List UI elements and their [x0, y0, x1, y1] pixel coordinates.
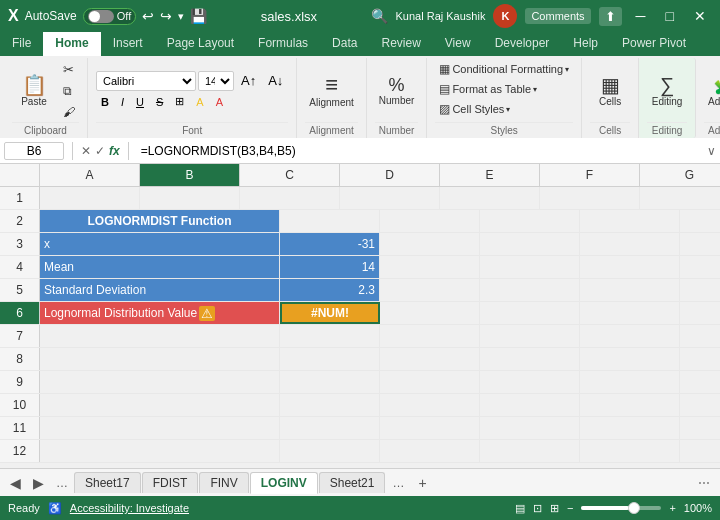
- row-header-1[interactable]: 1: [0, 187, 40, 209]
- sheet-tab-finv[interactable]: FINV: [199, 472, 248, 493]
- cut-button[interactable]: ✂: [59, 60, 79, 79]
- cell-g1[interactable]: [640, 187, 720, 209]
- normal-view-icon[interactable]: ▤: [515, 502, 525, 515]
- tab-review[interactable]: Review: [369, 32, 432, 56]
- toggle-pill[interactable]: [88, 10, 114, 23]
- tab-help[interactable]: Help: [561, 32, 610, 56]
- cell-b8[interactable]: [280, 348, 380, 370]
- sheet-add-button[interactable]: +: [410, 472, 434, 494]
- cell-g2[interactable]: [680, 210, 720, 232]
- cell-c9[interactable]: [380, 371, 480, 393]
- cell-e2[interactable]: [480, 210, 580, 232]
- underline-button[interactable]: U: [131, 93, 149, 111]
- corner-cell[interactable]: [0, 164, 40, 186]
- cell-d6[interactable]: [480, 302, 580, 324]
- minimize-btn[interactable]: ─: [630, 6, 652, 26]
- cell-a8[interactable]: [40, 348, 280, 370]
- tab-page-layout[interactable]: Page Layout: [155, 32, 246, 56]
- cell-f4[interactable]: [680, 256, 720, 278]
- row-header-12[interactable]: 12: [0, 440, 40, 462]
- cell-a12[interactable]: [40, 440, 280, 462]
- fx-button[interactable]: fx: [109, 144, 120, 158]
- quick-access-more[interactable]: ▾: [178, 10, 184, 23]
- undo-icon[interactable]: ↩: [142, 8, 154, 24]
- fill-color-button[interactable]: A: [191, 93, 208, 111]
- font-size-select[interactable]: 14: [198, 71, 234, 91]
- cell-c12[interactable]: [380, 440, 480, 462]
- strikethrough-button[interactable]: S: [151, 93, 168, 111]
- number-button[interactable]: % Number: [375, 65, 419, 117]
- page-layout-view-icon[interactable]: ⊡: [533, 502, 542, 515]
- col-header-b[interactable]: B: [140, 164, 240, 186]
- cell-f11[interactable]: [680, 417, 720, 439]
- cell-c1[interactable]: [240, 187, 340, 209]
- cell-c3[interactable]: [380, 233, 480, 255]
- tab-developer[interactable]: Developer: [483, 32, 562, 56]
- redo-icon[interactable]: ↪: [160, 8, 172, 24]
- zoom-in-button[interactable]: +: [669, 502, 675, 514]
- cell-b6[interactable]: #NUM!: [280, 302, 380, 324]
- save-icon[interactable]: 💾: [190, 8, 207, 24]
- cell-d3[interactable]: [480, 233, 580, 255]
- font-color-button[interactable]: A: [211, 93, 228, 111]
- font-name-select[interactable]: Calibri: [96, 71, 196, 91]
- cell-b9[interactable]: [280, 371, 380, 393]
- row-header-7[interactable]: 7: [0, 325, 40, 347]
- cell-e1[interactable]: [440, 187, 540, 209]
- cell-d12[interactable]: [480, 440, 580, 462]
- cell-d2[interactable]: [380, 210, 480, 232]
- row-header-9[interactable]: 9: [0, 371, 40, 393]
- paste-button[interactable]: 📋 Paste: [12, 65, 56, 117]
- tab-file[interactable]: File: [0, 32, 43, 56]
- col-header-c[interactable]: C: [240, 164, 340, 186]
- cell-b3[interactable]: -31: [280, 233, 380, 255]
- cell-b10[interactable]: [280, 394, 380, 416]
- cell-e12[interactable]: [580, 440, 680, 462]
- col-header-e[interactable]: E: [440, 164, 540, 186]
- cell-b5[interactable]: 2.3: [280, 279, 380, 301]
- cell-c6[interactable]: [380, 302, 480, 324]
- border-button[interactable]: ⊞: [170, 93, 189, 111]
- share-btn[interactable]: ⬆: [599, 7, 622, 26]
- cell-e8[interactable]: [580, 348, 680, 370]
- sheet-tab-sheet17[interactable]: Sheet17: [74, 472, 141, 493]
- zoom-level[interactable]: 100%: [684, 502, 712, 514]
- cell-f9[interactable]: [680, 371, 720, 393]
- cell-c10[interactable]: [380, 394, 480, 416]
- editing-button[interactable]: ∑ Editing: [647, 65, 687, 117]
- cell-d10[interactable]: [480, 394, 580, 416]
- cell-f12[interactable]: [680, 440, 720, 462]
- cell-c4[interactable]: [380, 256, 480, 278]
- maximize-btn[interactable]: □: [660, 6, 680, 26]
- row-header-8[interactable]: 8: [0, 348, 40, 370]
- formula-confirm-icon[interactable]: ✓: [95, 144, 105, 158]
- cell-b4[interactable]: 14: [280, 256, 380, 278]
- cell-d11[interactable]: [480, 417, 580, 439]
- cell-styles-button[interactable]: ▨ Cell Styles ▾: [435, 100, 514, 118]
- tab-power-pivot[interactable]: Power Pivot: [610, 32, 698, 56]
- tab-formulas[interactable]: Formulas: [246, 32, 320, 56]
- zoom-slider[interactable]: [581, 506, 661, 510]
- format-as-table-button[interactable]: ▤ Format as Table ▾: [435, 80, 541, 98]
- cell-a11[interactable]: [40, 417, 280, 439]
- cell-a10[interactable]: [40, 394, 280, 416]
- cell-a3[interactable]: x: [40, 233, 280, 255]
- cell-e10[interactable]: [580, 394, 680, 416]
- cell-e4[interactable]: [580, 256, 680, 278]
- cell-b7[interactable]: [280, 325, 380, 347]
- sheet-more-right[interactable]: …: [386, 473, 410, 493]
- autosave-toggle[interactable]: Off: [83, 8, 136, 25]
- col-header-d[interactable]: D: [340, 164, 440, 186]
- cell-f3[interactable]: [680, 233, 720, 255]
- cell-reference-input[interactable]: [4, 142, 64, 160]
- cell-a7[interactable]: [40, 325, 280, 347]
- sheet-nav-next[interactable]: ▶: [27, 471, 50, 495]
- sheet-options-icon[interactable]: ⋯: [692, 476, 716, 490]
- sheet-tab-sheet21[interactable]: Sheet21: [319, 472, 386, 493]
- cells-button[interactable]: ▦ Cells: [590, 65, 630, 117]
- cell-c8[interactable]: [380, 348, 480, 370]
- cell-a1[interactable]: [40, 187, 140, 209]
- cell-b11[interactable]: [280, 417, 380, 439]
- cell-f7[interactable]: [680, 325, 720, 347]
- cell-f8[interactable]: [680, 348, 720, 370]
